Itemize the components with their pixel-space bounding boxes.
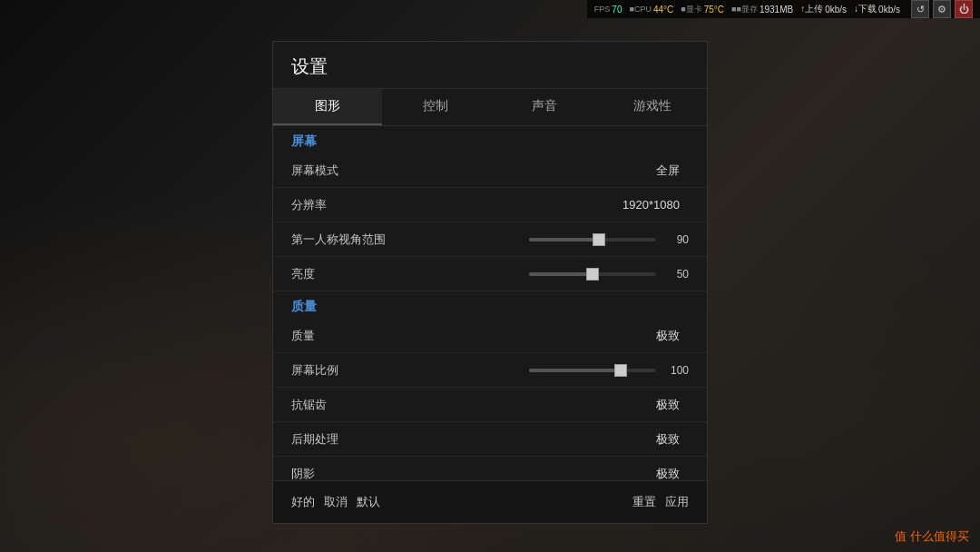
gpu-value: 75°C bbox=[704, 5, 724, 15]
cpu-value: 44°C bbox=[653, 5, 673, 15]
upload-num: 0kb/s bbox=[825, 5, 847, 15]
aspect-slider-thumb[interactable] bbox=[614, 364, 627, 377]
close-button[interactable]: ⏻ bbox=[955, 0, 973, 18]
tab-audio[interactable]: 声音 bbox=[490, 89, 599, 125]
screen-mode-value[interactable]: 全屏 bbox=[418, 163, 680, 179]
section-quality-header: 质量 bbox=[273, 291, 707, 319]
antialiasing-value[interactable]: 极致 bbox=[418, 397, 680, 413]
brightness-value: 50 bbox=[662, 268, 689, 281]
settings-window: 设置 图形 控制 声音 游戏性 屏幕 屏幕模式 全屏 分辨率 1920*1080… bbox=[272, 41, 708, 524]
cancel-button[interactable]: 取消 bbox=[324, 492, 348, 512]
resolution-label: 分辨率 bbox=[291, 197, 418, 213]
fov-value: 90 bbox=[662, 233, 689, 246]
fov-slider-thumb[interactable] bbox=[593, 233, 605, 246]
postprocess-row: 后期处理 极致 bbox=[273, 422, 707, 457]
refresh-button[interactable]: ↺ bbox=[911, 0, 929, 18]
fov-label: 第一人称视角范围 bbox=[291, 232, 418, 248]
postprocess-label: 后期处理 bbox=[291, 431, 418, 448]
brightness-slider-track[interactable] bbox=[529, 272, 656, 276]
download-display: ↓下载 0kb/s bbox=[854, 3, 900, 15]
aspect-slider-container: 100 bbox=[418, 364, 689, 377]
cpu-display: ■CPU 44°C bbox=[629, 5, 673, 15]
section-screen-header: 屏幕 bbox=[273, 126, 707, 153]
shadows-label: 阴影 bbox=[291, 466, 418, 481]
brightness-slider-thumb[interactable] bbox=[586, 268, 599, 281]
ram-label: ■■显存 bbox=[731, 4, 758, 15]
shadows-row: 阴影 极致 bbox=[273, 457, 707, 480]
ram-value: 1931MB bbox=[760, 5, 793, 15]
ok-button[interactable]: 好的 bbox=[291, 492, 315, 512]
quality-row: 质量 极致 bbox=[273, 319, 707, 353]
settings-title: 设置 bbox=[273, 42, 707, 89]
aspect-ratio-row: 屏幕比例 100 bbox=[273, 353, 707, 388]
tab-gameplay[interactable]: 游戏性 bbox=[599, 89, 708, 125]
gpu-label: ■显卡 bbox=[681, 4, 701, 15]
apply-button[interactable]: 应用 bbox=[665, 492, 689, 512]
postprocess-value[interactable]: 极致 bbox=[418, 431, 680, 448]
shadows-value[interactable]: 极致 bbox=[418, 466, 680, 481]
brightness-row: 亮度 50 bbox=[273, 257, 707, 291]
reset-button[interactable]: 重置 bbox=[632, 492, 656, 512]
settings-footer: 好的 取消 默认 重置 应用 bbox=[273, 480, 707, 523]
download-num: 0kb/s bbox=[878, 5, 900, 15]
aspect-slider-fill bbox=[529, 369, 621, 372]
brightness-slider-container: 50 bbox=[418, 268, 689, 281]
settings-tabs: 图形 控制 声音 游戏性 bbox=[273, 89, 707, 126]
tab-controls[interactable]: 控制 bbox=[382, 89, 491, 125]
fps-label: FPS bbox=[594, 5, 611, 14]
gpu-display: ■显卡 75°C bbox=[681, 4, 724, 15]
fov-slider-track[interactable] bbox=[529, 238, 656, 242]
settings-content: 屏幕 屏幕模式 全屏 分辨率 1920*1080 第一人称视角范围 90 亮度 bbox=[273, 126, 707, 480]
antialiasing-label: 抗锯齿 bbox=[291, 397, 418, 413]
quality-value[interactable]: 极致 bbox=[418, 328, 680, 344]
cpu-label: ■CPU bbox=[629, 5, 651, 14]
brightness-label: 亮度 bbox=[291, 266, 418, 282]
fov-slider-fill bbox=[529, 238, 599, 242]
download-value: ↓下载 bbox=[854, 3, 877, 15]
fov-slider-container: 90 bbox=[418, 233, 689, 246]
upload-value: ↑上传 bbox=[800, 3, 823, 15]
fps-value: 70 bbox=[612, 5, 622, 15]
footer-right-buttons: 重置 应用 bbox=[632, 492, 689, 512]
resolution-row: 分辨率 1920*1080 bbox=[273, 188, 707, 222]
default-button[interactable]: 默认 bbox=[357, 492, 380, 512]
screen-mode-row: 屏幕模式 全屏 bbox=[273, 153, 707, 188]
ram-display: ■■显存 1931MB bbox=[731, 4, 793, 15]
resolution-value[interactable]: 1920*1080 bbox=[418, 198, 680, 212]
quality-label: 质量 bbox=[291, 328, 418, 344]
brightness-slider-fill bbox=[529, 272, 593, 276]
status-bar: FPS 70 ■CPU 44°C ■显卡 75°C ■■显存 1931MB ↑上… bbox=[587, 0, 980, 18]
footer-left-buttons: 好的 取消 默认 bbox=[291, 492, 380, 512]
screen-mode-label: 屏幕模式 bbox=[291, 163, 418, 179]
aspect-slider-track[interactable] bbox=[529, 369, 656, 372]
aspect-ratio-label: 屏幕比例 bbox=[291, 362, 418, 379]
window-controls: ↺ ⚙ ⏻ bbox=[911, 0, 973, 18]
antialiasing-row: 抗锯齿 极致 bbox=[273, 388, 707, 422]
upload-display: ↑上传 0kb/s bbox=[800, 3, 847, 15]
fps-display: FPS 70 bbox=[594, 5, 622, 15]
fov-row: 第一人称视角范围 90 bbox=[273, 222, 707, 257]
aspect-value: 100 bbox=[662, 364, 689, 377]
settings-button[interactable]: ⚙ bbox=[933, 0, 951, 18]
watermark: 值 什么值得买 bbox=[895, 528, 969, 545]
tab-graphics[interactable]: 图形 bbox=[273, 89, 382, 125]
